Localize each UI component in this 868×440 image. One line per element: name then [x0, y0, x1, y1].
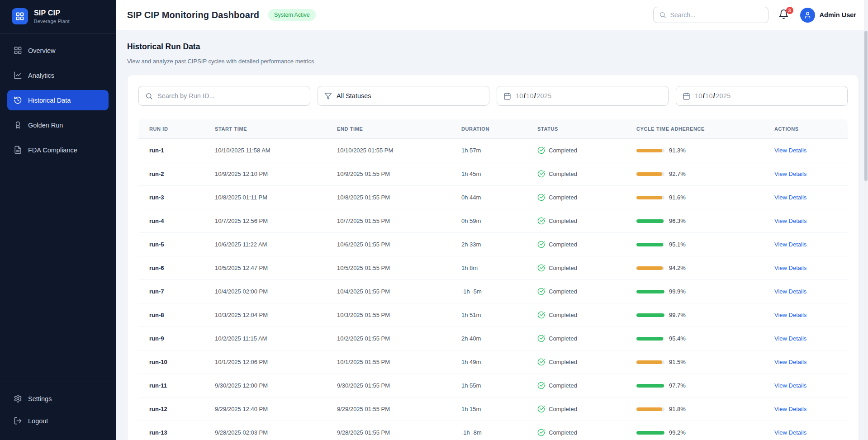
end-time-cell: 10/2/2025 01:55 PM [337, 335, 461, 342]
gear-icon [14, 394, 22, 403]
view-details-link[interactable]: View Details [774, 288, 806, 295]
sidebar-item-overview[interactable]: Overview [7, 40, 109, 61]
status-cell: Completed [537, 194, 636, 201]
adherence-bar [636, 407, 664, 411]
run-id-search-input[interactable] [157, 92, 304, 99]
start-time-cell: 9/28/2025 02:03 PM [215, 429, 337, 436]
duration-cell: 1h 51m [461, 312, 537, 318]
view-details-link[interactable]: View Details [774, 147, 806, 154]
check-circle-icon [537, 405, 545, 413]
sidebar-item-fda-compliance[interactable]: FDA Compliance [7, 140, 109, 160]
analytics-icon [14, 71, 22, 80]
end-time-cell: 10/5/2025 01:55 PM [337, 265, 461, 271]
duration-cell: 1h 8m [461, 265, 537, 271]
view-details-link[interactable]: View Details [774, 194, 806, 201]
adherence-bar-fill [636, 431, 664, 435]
adherence-percent: 91.8% [669, 406, 686, 412]
table-row: run-1010/1/2025 12:06 PM10/1/2025 01:55 … [138, 350, 848, 374]
run-id-cell: run-9 [149, 335, 215, 342]
status-label: Completed [549, 382, 577, 389]
date-to-value: 10/10/2025 [695, 92, 731, 99]
date-from-input[interactable]: 10/10/2025 [497, 86, 669, 106]
date-to-input[interactable]: 10/10/2025 [676, 86, 848, 106]
adherence-cell: 92.7% [636, 170, 774, 177]
global-search-input[interactable] [670, 11, 763, 19]
sidebar-item-logout[interactable]: Logout [7, 411, 109, 431]
adherence-bar [636, 431, 664, 435]
start-time-cell: 10/7/2025 12:56 PM [215, 218, 337, 224]
view-details-link[interactable]: View Details [774, 312, 806, 318]
topbar: SIP CIP Monitoring Dashboard System Acti… [116, 0, 868, 30]
end-time-cell: 9/30/2025 01:55 PM [337, 382, 461, 389]
page-subtitle: View and analyze past CIPSIP cycles with… [127, 58, 859, 65]
check-circle-icon [537, 335, 545, 342]
table-row: run-119/30/2025 12:00 PM9/30/2025 01:55 … [138, 374, 848, 397]
duration-cell: 1h 45m [461, 170, 537, 177]
actions-cell: View Details [774, 406, 837, 412]
status-cell: Completed [537, 382, 636, 389]
view-details-link[interactable]: View Details [774, 265, 806, 271]
status-label: Completed [549, 288, 577, 295]
duration-cell: 1h 49m [461, 359, 537, 365]
start-time-cell: 10/8/2025 01:11 PM [215, 194, 337, 201]
adherence-bar [636, 243, 664, 246]
sidebar: SIP CIP Beverage Plant OverviewAnalytics… [0, 0, 116, 440]
page-scrollbar[interactable] [864, 0, 868, 440]
column-header: DURATION [461, 126, 537, 132]
adherence-bar-fill [636, 149, 662, 152]
adherence-bar-fill [636, 266, 663, 270]
view-details-link[interactable]: View Details [774, 241, 806, 248]
status-label: Completed [549, 429, 577, 436]
table-row: run-810/3/2025 12:04 PM10/3/2025 01:55 P… [138, 303, 848, 327]
duration-cell: 0h 44m [461, 194, 537, 201]
notifications-button[interactable]: 3 [778, 9, 790, 21]
sidebar-item-golden-run[interactable]: Golden Run [7, 115, 109, 135]
sidebar-item-settings[interactable]: Settings [7, 388, 109, 409]
run-id-search[interactable] [138, 86, 310, 106]
table-row: run-510/6/2025 11:22 AM10/6/2025 01:55 P… [138, 233, 848, 256]
start-time-cell: 10/6/2025 11:22 AM [215, 241, 337, 248]
app-logo-icon [12, 8, 28, 24]
view-details-link[interactable]: View Details [774, 170, 806, 177]
adherence-percent: 96.3% [669, 218, 686, 224]
start-time-cell: 10/2/2025 11:15 AM [215, 335, 337, 342]
scrollbar-thumb[interactable] [864, 31, 868, 181]
notification-count-badge: 3 [786, 7, 793, 14]
view-details-link[interactable]: View Details [774, 218, 806, 224]
end-time-cell: 10/3/2025 01:55 PM [337, 312, 461, 318]
actions-cell: View Details [774, 265, 837, 271]
adherence-bar [636, 360, 664, 364]
end-time-cell: 10/6/2025 01:55 PM [337, 241, 461, 248]
status-cell: Completed [537, 241, 636, 248]
view-details-link[interactable]: View Details [774, 429, 806, 436]
check-circle-icon [537, 194, 545, 201]
adherence-cell: 91.6% [636, 194, 774, 201]
status-filter-select[interactable]: All Statuses [318, 86, 489, 106]
run-id-cell: run-2 [149, 170, 215, 177]
run-id-cell: run-12 [149, 406, 215, 412]
adherence-percent: 95.4% [669, 335, 686, 342]
status-cell: Completed [537, 335, 636, 342]
status-cell: Completed [537, 147, 636, 154]
user-menu[interactable]: Admin User [800, 8, 856, 23]
actions-cell: View Details [774, 382, 837, 389]
adherence-cell: 99.2% [636, 429, 774, 436]
table-row: run-710/4/2025 02:00 PM10/4/2025 01:55 P… [138, 280, 848, 303]
sidebar-item-historical-data[interactable]: Historical Data [7, 90, 109, 110]
table-row: run-410/7/2025 12:56 PM10/7/2025 01:55 P… [138, 209, 848, 233]
grid-icon [14, 46, 22, 55]
sidebar-item-analytics[interactable]: Analytics [7, 65, 109, 85]
status-cell: Completed [537, 288, 636, 295]
check-circle-icon [537, 311, 545, 319]
column-header: RUN ID [149, 126, 215, 132]
view-details-link[interactable]: View Details [774, 335, 806, 342]
adherence-cell: 95.4% [636, 335, 774, 342]
status-label: Completed [549, 359, 577, 365]
view-details-link[interactable]: View Details [774, 382, 806, 389]
view-details-link[interactable]: View Details [774, 359, 806, 365]
status-cell: Completed [537, 358, 636, 366]
duration-cell: -1h -5m [461, 288, 537, 295]
global-search[interactable] [653, 7, 768, 23]
duration-cell: 1h 15m [461, 406, 537, 412]
view-details-link[interactable]: View Details [774, 406, 806, 412]
